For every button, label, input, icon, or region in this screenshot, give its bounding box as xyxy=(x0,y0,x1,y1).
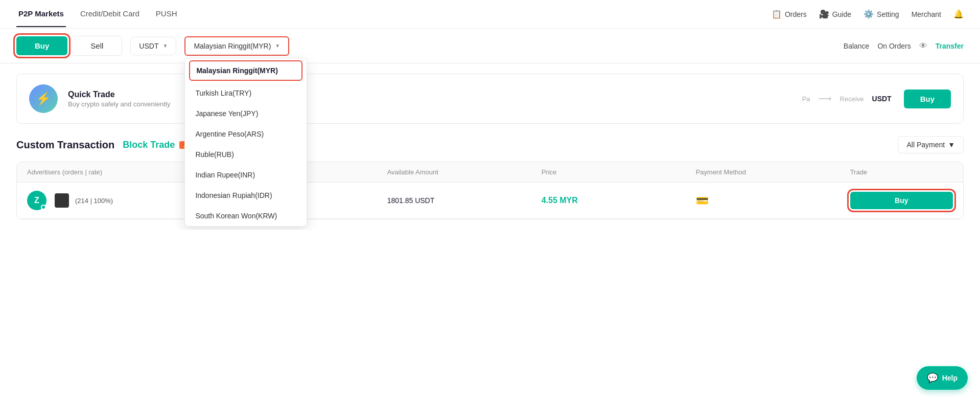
avatar: Z xyxy=(27,191,46,210)
name-badge xyxy=(55,193,69,208)
row-price: 4.55 MYR xyxy=(542,196,696,205)
qt-receive-label: Receive xyxy=(840,95,864,103)
crypto-dropdown-arrow: ▼ xyxy=(162,43,168,49)
setting-icon: ⚙️ xyxy=(864,9,874,19)
nav-left: P2P Markets Credit/Debit Card PUSH xyxy=(16,1,179,27)
quick-trade-card: ⚡ Quick Trade Buy crypto safely and conv… xyxy=(16,74,964,124)
currency-select[interactable]: Malaysian Ringgit(MYR) ▼ xyxy=(184,36,289,56)
merchant-nav-item[interactable]: Merchant xyxy=(912,10,941,18)
currency-option-ars[interactable]: Argentine Peso(ARS) xyxy=(185,124,307,144)
sell-toggle-button[interactable]: Sell xyxy=(72,36,122,56)
eye-icon[interactable]: 👁 xyxy=(919,41,927,51)
selected-currency-label: Malaysian Ringgit(MYR) xyxy=(194,42,271,50)
qt-middle: Pa ⟶ Receive USDT xyxy=(802,93,892,104)
orders-label: Orders xyxy=(785,10,807,18)
table-buy-button[interactable]: Buy xyxy=(850,192,953,209)
guide-label: Guide xyxy=(832,10,851,18)
balance-label: Balance xyxy=(844,42,870,50)
col-available: Available Amount xyxy=(387,168,542,176)
currency-option-try[interactable]: Turkish Lira(TRY) xyxy=(185,83,307,103)
currency-option-jpy[interactable]: Japanese Yen(JPY) xyxy=(185,103,307,124)
currency-option-idr[interactable]: Indonesian Rupiah(IDR) xyxy=(185,185,307,206)
col-price: Price xyxy=(542,168,696,176)
setting-label: Setting xyxy=(877,10,899,18)
quick-trade-buy-button[interactable]: Buy xyxy=(904,90,951,108)
sub-nav: Buy Sell USDT ▼ Malaysian Ringgit(MYR) ▼… xyxy=(0,29,980,63)
notification-icon: 🔔 xyxy=(953,9,964,19)
nav-item-credit-debit[interactable]: Credit/Debit Card xyxy=(78,1,142,27)
quick-trade-text: Quick Trade Buy crypto safely and conven… xyxy=(68,90,170,108)
custom-transaction-title: Custom Transaction xyxy=(16,139,114,151)
transfer-link[interactable]: Transfer xyxy=(936,42,964,50)
quick-trade-title: Quick Trade xyxy=(68,90,170,99)
guide-nav-item[interactable]: 🎥 Guide xyxy=(819,9,851,19)
guide-icon: 🎥 xyxy=(819,9,829,19)
qt-pay-label: Pa xyxy=(802,95,810,103)
nav-item-p2p-markets[interactable]: P2P Markets xyxy=(16,1,66,27)
col-payment: Payment Method xyxy=(696,168,850,176)
nav-item-push[interactable]: PUSH xyxy=(154,1,179,27)
orders-icon: 📋 xyxy=(772,9,782,19)
selected-crypto-label: USDT xyxy=(139,42,158,50)
notification-nav-item[interactable]: 🔔 xyxy=(953,9,964,19)
block-trade-label: Block Trade xyxy=(123,140,175,150)
merchant-label: Merchant xyxy=(912,10,941,18)
all-payment-button[interactable]: All Payment ▼ xyxy=(898,136,964,153)
section-title-group: Custom Transaction Block Trade 🔥 HOT xyxy=(16,139,203,151)
section-header: Custom Transaction Block Trade 🔥 HOT All… xyxy=(16,136,964,153)
col-trade: Trade xyxy=(850,168,953,176)
top-nav: P2P Markets Credit/Debit Card PUSH 📋 Ord… xyxy=(0,0,980,29)
qt-arrow-icon: ⟶ xyxy=(819,93,832,104)
table-header: Advertisers (orders | rate) Limits Avail… xyxy=(17,162,963,183)
on-orders-label: On Orders xyxy=(877,42,911,50)
currency-dropdown-list: Malaysian Ringgit(MYR) Turkish Lira(TRY)… xyxy=(184,58,307,227)
orders-nav-item[interactable]: 📋 Orders xyxy=(772,9,807,19)
setting-nav-item[interactable]: ⚙️ Setting xyxy=(864,9,899,19)
payment-icon: 💳 xyxy=(696,194,850,207)
crypto-select[interactable]: USDT ▼ xyxy=(130,37,176,55)
main-content: ⚡ Quick Trade Buy crypto safely and conv… xyxy=(0,63,980,230)
buy-toggle-button[interactable]: Buy xyxy=(16,36,67,55)
currency-option-inr[interactable]: Indian Rupee(INR) xyxy=(185,165,307,185)
row-available: 1801.85 USDT xyxy=(387,196,542,205)
currency-option-krw[interactable]: South Korean Won(KRW) xyxy=(185,206,307,226)
table-row: Z (214 | 100%) 1,000 - 8,198 MYR 1801.85… xyxy=(17,183,963,219)
currency-dropdown-arrow: ▼ xyxy=(275,43,280,49)
avatar-letter: Z xyxy=(34,196,39,205)
currency-option-rub[interactable]: Ruble(RUB) xyxy=(185,144,307,165)
qt-receive-currency: USDT xyxy=(872,95,892,103)
quick-trade-subtitle: Buy crypto safely and conveniently xyxy=(68,100,170,108)
balance-section: Balance On Orders 👁 Transfer xyxy=(844,41,964,51)
online-dot xyxy=(41,205,46,210)
currency-dropdown-wrapper: Malaysian Ringgit(MYR) ▼ Malaysian Ringg… xyxy=(184,36,289,56)
all-payment-label: All Payment xyxy=(906,141,945,149)
quick-trade-icon: ⚡ xyxy=(29,84,58,113)
advertiser-stats: (214 | 100%) xyxy=(75,197,113,205)
all-payment-arrow-icon: ▼ xyxy=(948,141,955,149)
currency-option-myr[interactable]: Malaysian Ringgit(MYR) xyxy=(189,60,302,81)
nav-right: 📋 Orders 🎥 Guide ⚙️ Setting Merchant 🔔 xyxy=(772,9,964,19)
trade-table: Advertisers (orders | rate) Limits Avail… xyxy=(16,162,964,219)
